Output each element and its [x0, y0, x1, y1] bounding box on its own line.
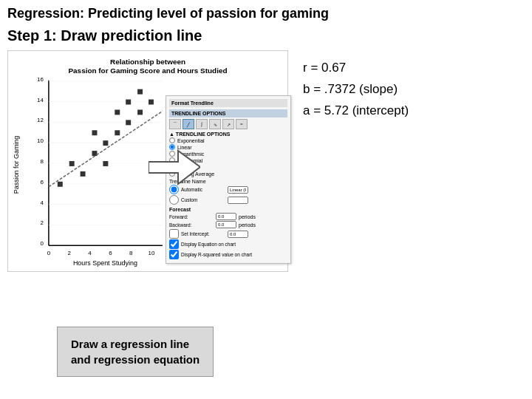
display-equation-label: Display Equation on chart: [181, 242, 236, 247]
forward-label: Forward:: [169, 214, 214, 219]
data-point: [137, 89, 143, 95]
svg-text:12: 12: [37, 117, 44, 123]
option-exponential[interactable]: Exponential: [169, 137, 287, 143]
linear-icon-btn[interactable]: ╱: [183, 119, 194, 129]
intercept-input[interactable]: [228, 231, 248, 238]
bottom-instruction-box: Draw a regression line and regression eq…: [57, 327, 214, 377]
svg-text:0: 0: [47, 250, 51, 256]
svg-text:6: 6: [41, 179, 44, 185]
display-equation-row: Display Equation on chart: [169, 239, 287, 249]
intercept-label: Set Intercept:: [181, 231, 225, 236]
ma-icon-btn[interactable]: ≈: [236, 119, 248, 129]
bottom-line2: and regression equation: [71, 352, 200, 367]
data-point: [126, 100, 131, 105]
main-content: Relationship between Passion for Gaming …: [0, 50, 532, 272]
data-point: [137, 109, 143, 115]
forward-input[interactable]: [216, 213, 236, 220]
data-point: [58, 182, 63, 187]
label-custom: Custom: [181, 197, 225, 202]
a-value: a = 5.72 (intercept): [303, 100, 409, 122]
svg-text:16: 16: [37, 76, 44, 83]
custom-value-input[interactable]: [228, 197, 248, 204]
svg-text:2: 2: [41, 219, 44, 226]
forecast-label: Forecast: [169, 207, 287, 212]
svg-text:0: 0: [41, 240, 44, 247]
poly-icon-btn[interactable]: ∿: [209, 119, 221, 129]
svg-text:2: 2: [68, 250, 72, 256]
chart-title-main: Relationship between: [110, 58, 185, 66]
backward-row: Backward: periods: [169, 221, 287, 228]
data-point: [115, 109, 120, 115]
forward-unit: periods: [239, 214, 256, 219]
regression-info: r = 0.67 b = .7372 (slope) a = 5.72 (int…: [296, 50, 409, 272]
svg-text:8: 8: [41, 158, 44, 165]
exp-icon-btn[interactable]: ⌒: [169, 119, 181, 129]
svg-text:14: 14: [37, 97, 44, 103]
svg-text:10: 10: [37, 137, 44, 144]
svg-text:6: 6: [109, 250, 112, 256]
data-point: [126, 120, 131, 125]
trendline-section-title: ▲ TRENDLINE OPTIONS: [169, 132, 287, 137]
display-rsquared-row: Display R-squared value on chart: [169, 250, 287, 259]
panel-title: Format Trendline: [169, 99, 287, 107]
svg-text:4: 4: [41, 200, 44, 206]
x-axis-label: Hours Spent Studying: [73, 259, 137, 267]
step-label: Step 1: Draw prediction line: [0, 24, 532, 50]
b-value: b = .7372 (slope): [303, 79, 409, 100]
svg-marker-25: [149, 151, 200, 184]
intercept-row: Set Intercept:: [169, 229, 287, 239]
arrow-svg: [149, 147, 200, 188]
intercept-checkbox[interactable]: [169, 229, 179, 239]
radio-exponential[interactable]: [169, 137, 175, 143]
trending-options-header: TRENDLINE OPTIONS: [169, 109, 287, 117]
data-point: [149, 100, 154, 105]
r-value: r = 0.67: [303, 58, 409, 79]
display-equation-checkbox[interactable]: [169, 239, 179, 249]
backward-unit: periods: [239, 222, 256, 228]
svg-text:8: 8: [129, 250, 133, 256]
label-automatic: Automatic: [181, 187, 225, 192]
label-exponential: Exponential: [177, 138, 205, 143]
chart-container: Relationship between Passion for Gaming …: [7, 50, 288, 272]
automatic-value-input[interactable]: [228, 186, 248, 194]
page-title: Regression: Predicting level of passion …: [0, 0, 532, 24]
backward-input[interactable]: [216, 221, 236, 228]
data-point: [92, 130, 98, 135]
data-point: [115, 130, 120, 135]
y-axis-label: Passion for Gaming: [13, 136, 20, 194]
trendline-icons-row: ⌒ ╱ ∫ ∿ ↗ ≈: [169, 119, 287, 129]
display-rsquared-label: Display R-squared value on chart: [181, 252, 252, 257]
data-point: [103, 140, 108, 146]
backward-label: Backward:: [169, 222, 214, 228]
display-rsquared-checkbox[interactable]: [169, 250, 179, 259]
power-icon-btn[interactable]: ↗: [222, 119, 234, 129]
data-point: [69, 161, 75, 166]
data-point: [103, 161, 108, 166]
bottom-line1: Draw a regression line: [71, 336, 200, 352]
chart-title-sub: Passion for Gaming Score and Hours Studi…: [68, 66, 227, 75]
data-point: [81, 171, 86, 177]
data-point: [92, 151, 98, 156]
log-icon-btn[interactable]: ∫: [196, 119, 208, 129]
radio-custom[interactable]: [169, 195, 179, 205]
svg-text:10: 10: [149, 250, 155, 256]
svg-text:4: 4: [88, 250, 92, 256]
forward-row: Forward: periods: [169, 213, 287, 220]
regression-line: [49, 111, 163, 186]
custom-row: Custom: [169, 195, 287, 205]
